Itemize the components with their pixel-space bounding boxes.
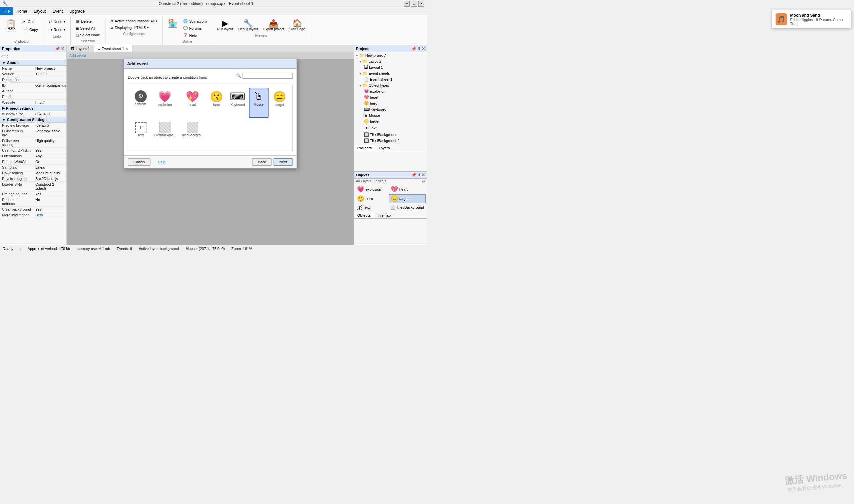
about-section-header[interactable]: ▼ About	[0, 60, 66, 66]
layers-tab[interactable]: Layers	[375, 145, 393, 151]
tree-layout1[interactable]: 🖼 Layout 1	[354, 64, 427, 70]
tree-event-sheets[interactable]: ▼ 📁 Event sheets	[354, 70, 427, 76]
object-hero[interactable]: 😗 hero	[207, 88, 227, 118]
keyboard-icon: ⌨	[230, 90, 245, 103]
properties-panel: Properties 📌 ✕ ≡ ↕ ▼ About Name New proj…	[0, 45, 67, 245]
object-explosion[interactable]: 💗 explosion	[152, 88, 178, 118]
object-tiledbg1[interactable]: TiledBackgro...	[152, 119, 178, 148]
copy-button[interactable]: 📄 Copy	[20, 26, 40, 33]
delete-button[interactable]: 🗑 Delete	[73, 18, 102, 25]
tree-tiledbg2[interactable]: 🔲 TiledBackground2	[354, 138, 427, 144]
tree-tiledbg[interactable]: 🔲 TiledBackground	[354, 132, 427, 138]
tree-keyboard[interactable]: ⌨ Keyboard	[354, 106, 427, 112]
maximize-button[interactable]: □	[411, 1, 417, 7]
scirra-link[interactable]: 🌐 Scirra.com	[181, 18, 209, 24]
props-list-icon[interactable]: ≡	[2, 53, 5, 59]
props-author-row: Author	[0, 88, 66, 94]
object-tiledbg2[interactable]: TiledBackgro...	[179, 119, 205, 148]
event-sheet-1-tab[interactable]: ≡ Event sheet 1 ✕	[94, 45, 133, 52]
tree-hero[interactable]: 😗 hero	[354, 100, 427, 106]
menu-layout[interactable]: Layout	[30, 7, 49, 15]
more-info-link[interactable]: Help	[33, 212, 66, 218]
objects-pin-icon[interactable]: 📌	[411, 173, 416, 177]
objects-close-icon[interactable]: ✕	[422, 173, 425, 177]
object-system[interactable]: ⚙ System	[131, 88, 151, 118]
props-sort-icon[interactable]: ↕	[6, 53, 8, 59]
start-page-icon: 🏠	[292, 19, 302, 27]
physics-value: Box2D asm.js	[33, 176, 66, 181]
objects-tilemap-tab[interactable]: Tilemap	[374, 212, 394, 218]
tree-heart[interactable]: 💖 heart	[354, 94, 427, 100]
menu-event[interactable]: Event	[49, 7, 66, 15]
tree-event-sheet1[interactable]: 📋 Event sheet 1	[354, 76, 427, 82]
layouts-label: Layouts	[369, 59, 382, 63]
tree-target[interactable]: 😑 target	[354, 118, 427, 124]
help-button[interactable]: ❓ Help	[181, 32, 209, 38]
object-keyboard[interactable]: ⌨ Keyboard	[228, 88, 247, 118]
cut-button[interactable]: ✂ Cut	[20, 18, 40, 25]
about-section-title: About	[7, 61, 18, 65]
obj-heart[interactable]: 💖 heart	[389, 185, 426, 194]
objects-filter-icon[interactable]: ⚙	[422, 179, 425, 183]
active-config-button[interactable]: ⚙ Active configurations: All ▾	[108, 18, 160, 24]
menu-home[interactable]: Home	[13, 7, 30, 15]
objects-expand-icon[interactable]: ⬆	[417, 173, 421, 177]
select-none-button[interactable]: ▢ Select None	[73, 32, 102, 38]
panel-close-icon[interactable]: ✕	[61, 46, 64, 51]
projects-tab[interactable]: Projects	[354, 145, 375, 151]
title-bar-title: Construct 2 (free edition) - emoji.capx …	[8, 1, 404, 6]
back-button[interactable]: Back	[252, 158, 272, 166]
webgl-value: On	[33, 159, 66, 164]
tree-mouse[interactable]: 🖱 Mouse	[354, 112, 427, 118]
next-button[interactable]: Next	[274, 158, 293, 166]
config-settings-header[interactable]: ▼ Configuration Settings	[0, 117, 66, 123]
event-sheet-tab-close[interactable]: ✕	[125, 47, 128, 51]
object-mouse[interactable]: 🖱 Mouse	[249, 88, 268, 118]
obj-tiledbg[interactable]: TiledBackground	[389, 204, 426, 211]
redo-button[interactable]: ↪ Redo ▾	[46, 26, 68, 33]
paste-button[interactable]: 📋 Paste	[3, 18, 19, 38]
tree-explosion[interactable]: 💗 explosion	[354, 88, 427, 94]
forums-button[interactable]: 💬 Forums	[181, 25, 209, 31]
object-text[interactable]: T Text	[131, 119, 151, 148]
layout-1-tab[interactable]: 🖼 Layout 1	[67, 45, 94, 52]
close-button[interactable]: ✕	[418, 1, 424, 7]
project-settings-header[interactable]: ▶ Project settings	[0, 105, 66, 111]
tree-layouts[interactable]: ▼ 📁 Layouts	[354, 58, 427, 64]
select-all-button[interactable]: ▦ Select All	[73, 25, 102, 31]
sampling-value: Linear	[33, 165, 66, 170]
pause-unfocus-value: No	[33, 197, 66, 206]
undo-button[interactable]: ↩ Undo ▾	[46, 18, 68, 25]
cancel-button[interactable]: Cancel	[128, 158, 151, 166]
dialog-help-button[interactable]: Help	[153, 158, 171, 166]
project-settings-expand-icon: ▶	[2, 106, 5, 110]
menu-upgrade[interactable]: Upgrade	[66, 7, 88, 15]
scirra-store-button[interactable]: 🏪	[165, 18, 180, 29]
obj-explosion[interactable]: 💗 explosion	[355, 185, 388, 194]
dialog-search-input[interactable]	[243, 73, 293, 79]
tree-text[interactable]: T Text	[354, 124, 427, 132]
projects-close-icon[interactable]: ✕	[422, 46, 425, 51]
minimize-button[interactable]: ─	[404, 1, 409, 7]
projects-expand-icon[interactable]: ⬆	[417, 46, 421, 51]
displaying-button[interactable]: ⚙ Displaying: HTML5 ▾	[108, 25, 160, 31]
projects-pin-icon[interactable]: 📌	[411, 46, 416, 51]
objects-objects-tab[interactable]: Objects	[354, 212, 374, 218]
right-panel: Projects 📌 ⬆ ✕ ▼ 📁 New project* ▼ 📁	[354, 45, 427, 245]
tree-object-types[interactable]: ▼ 📁 Object types	[354, 82, 427, 88]
run-layout-button[interactable]: ▶ Run layout	[215, 18, 236, 32]
start-page-button[interactable]: 🏠 Start Page	[287, 18, 307, 32]
menu-file[interactable]: File	[0, 7, 13, 15]
event-sheet1-label: Event sheet 1	[370, 77, 392, 81]
tree-root[interactable]: ▼ 📁 New project*	[354, 52, 427, 58]
tiledbg-tree-label: TiledBackground	[370, 133, 397, 137]
debug-layout-button[interactable]: 🔧 Debug layout	[236, 18, 261, 32]
obj-target[interactable]: 😑 target	[389, 194, 426, 203]
object-heart[interactable]: 💖 heart	[179, 88, 205, 118]
panel-pin-icon[interactable]: 📌	[55, 46, 60, 51]
obj-text[interactable]: T Text	[355, 204, 388, 211]
object-target[interactable]: 😑 target	[270, 88, 290, 118]
root-expand-icon: ▼	[355, 54, 359, 57]
obj-hero[interactable]: 😗 hero	[355, 194, 388, 203]
export-project-button[interactable]: 📤 Export project	[261, 18, 286, 32]
